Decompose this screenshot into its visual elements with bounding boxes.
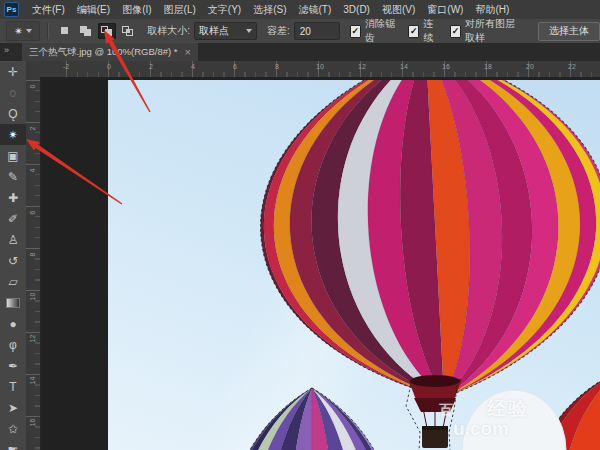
sample-all-layers-option: ✓ 对所有图层取样	[450, 17, 524, 45]
anti-alias-checkbox[interactable]: ✓	[350, 25, 361, 38]
subtract-from-selection-button[interactable]	[98, 23, 116, 39]
clone-stamp-tool[interactable]: ♙	[0, 229, 26, 250]
photoshop-logo-icon: Ps	[4, 2, 19, 17]
eraser-tool[interactable]: ▱	[0, 271, 26, 292]
move-tool[interactable]: ✛	[0, 61, 26, 82]
spot-healing-tool[interactable]: ✚	[0, 187, 26, 208]
canvas[interactable]: 百 经验 u.com	[108, 80, 600, 450]
magic-wand-icon: ✴	[8, 128, 18, 142]
eyedropper-tool[interactable]: ✎	[0, 166, 26, 187]
ruler-corner	[26, 61, 41, 78]
contiguous-label: 连续	[423, 17, 439, 45]
separator	[47, 23, 49, 39]
type-tool[interactable]: T	[0, 376, 26, 397]
crop-tool[interactable]: ▣	[0, 145, 26, 166]
watermark-char: 百	[439, 402, 453, 420]
new-selection-icon	[61, 27, 68, 34]
menu-type[interactable]: 文字(Y)	[202, 0, 247, 19]
anti-alias-option: ✓ 消除锯齿	[350, 17, 399, 45]
dodge-tool[interactable]: φ	[0, 334, 26, 355]
contiguous-option: ✓ 连续	[408, 17, 440, 45]
new-selection-button[interactable]	[56, 23, 74, 39]
tools-panel: ✛ ◌ Ǫ ✴ ▣ ✎ ✚ ✐ ♙ ↺ ▱ ● φ ✒ T ➤ ✩ ☛ Q	[0, 61, 27, 450]
gradient-tool[interactable]	[0, 292, 26, 313]
blur-tool[interactable]: ●	[0, 313, 26, 334]
vertical-ruler: 0 2 4 6 8 10 12 14 16	[26, 77, 41, 450]
intersect-selection-button[interactable]	[119, 23, 137, 39]
chevron-down-icon	[246, 29, 252, 33]
main-striped-balloon	[252, 80, 600, 407]
sample-size-label: 取样大小:	[147, 24, 190, 38]
magic-wand-icon: ✴	[13, 24, 24, 38]
menu-filter[interactable]: 滤镜(T)	[293, 0, 338, 19]
chevron-down-icon	[26, 29, 32, 33]
tool-preset-picker[interactable]: ✴	[6, 21, 40, 41]
selection-mode-buttons	[56, 23, 137, 39]
gradient-icon	[6, 298, 20, 308]
sample-all-layers-checkbox[interactable]: ✓	[450, 25, 461, 38]
document-tab-bar: » 三个热气球.jpg @ 100%(RGB/8#) * ×	[0, 43, 600, 61]
brush-tool[interactable]: ✐	[0, 208, 26, 229]
pen-tool[interactable]: ✒	[0, 355, 26, 376]
menu-layer[interactable]: 图层(L)	[158, 0, 202, 19]
history-brush-tool[interactable]: ↺	[0, 250, 26, 271]
tolerance-input[interactable]: 20	[294, 22, 340, 40]
path-selection-tool[interactable]: ➤	[0, 397, 26, 418]
balloons-photo	[108, 80, 600, 450]
tools-collapse-icon[interactable]: »	[4, 45, 8, 55]
select-subject-button[interactable]: 选择主体	[538, 22, 600, 41]
menu-file[interactable]: 文件(F)	[26, 0, 71, 19]
tolerance-label: 容差:	[267, 24, 290, 38]
sample-size-value: 取样点	[199, 24, 229, 38]
tolerance-value: 20	[300, 26, 311, 37]
custom-shape-tool[interactable]: ✩	[0, 418, 26, 439]
magic-wand-tool[interactable]: ✴	[0, 124, 26, 145]
menu-select[interactable]: 选择(S)	[247, 0, 292, 19]
marquee-tool[interactable]: ◌	[0, 82, 26, 103]
purple-balloon	[226, 388, 398, 450]
menu-edit[interactable]: 编辑(E)	[71, 0, 116, 19]
sample-size-dropdown[interactable]: 取样点	[194, 22, 257, 40]
sample-all-layers-label: 对所有图层取样	[465, 17, 524, 45]
lasso-tool[interactable]: Ǫ	[0, 103, 26, 124]
add-to-selection-button[interactable]	[77, 23, 95, 39]
watermark-domain: u.com	[453, 418, 509, 440]
hand-tool[interactable]: ☛	[0, 439, 26, 450]
close-tab-icon[interactable]: ×	[185, 47, 191, 57]
menu-image[interactable]: 图像(I)	[116, 0, 157, 19]
tool-options-bar: ✴ 取样大小: 取样点 容差: 20 ✓ 消除锯齿 ✓ 连续 ✓ 对所有图层取样…	[0, 19, 600, 44]
horizontal-ruler: -2 0 2 4 6 8 10 12 14 16 18 20 22	[40, 61, 600, 78]
contiguous-checkbox[interactable]: ✓	[408, 25, 419, 38]
document-title: 三个热气球.jpg @ 100%(RGB/8#) *	[29, 46, 178, 59]
document-tab[interactable]: 三个热气球.jpg @ 100%(RGB/8#) * ×	[22, 42, 198, 61]
anti-alias-label: 消除锯齿	[365, 17, 398, 45]
document-area: -2 0 2 4 6 8 10 12 14 16 18 20 22 0 2 4 …	[26, 61, 600, 450]
